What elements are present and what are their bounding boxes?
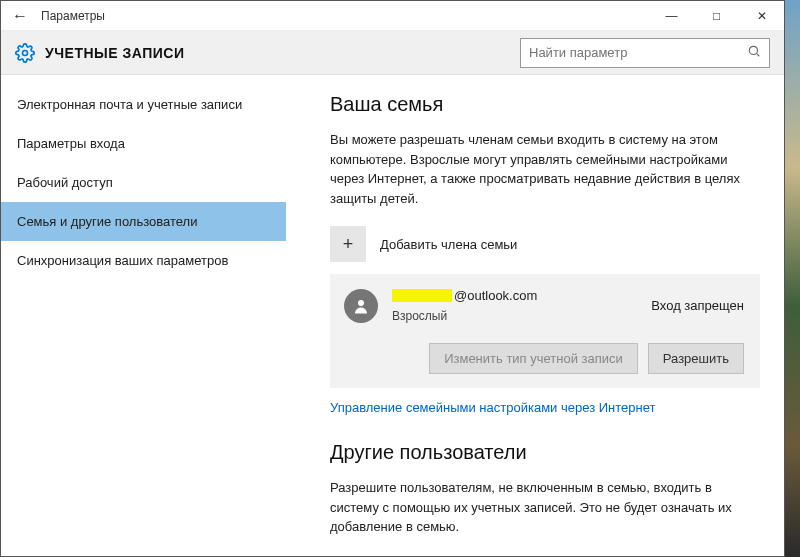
member-status: Вход запрещен: [651, 298, 744, 313]
back-button[interactable]: ←: [9, 7, 31, 25]
settings-window: ← Параметры ― □ ✕ УЧЕТНЫЕ ЗАПИСИ Электро…: [0, 0, 785, 557]
avatar-icon: [344, 289, 378, 323]
family-member-card[interactable]: @outlook.com Взрослый Вход запрещен Изме…: [330, 274, 760, 388]
sidebar: Электронная почта и учетные записи Парам…: [1, 75, 286, 556]
other-users-heading: Другие пользователи: [330, 441, 760, 464]
sidebar-item-sync-settings[interactable]: Синхронизация ваших параметров: [1, 241, 286, 280]
maximize-button[interactable]: □: [694, 1, 739, 31]
gear-icon: [15, 43, 35, 63]
svg-point-1: [749, 46, 757, 54]
add-family-member-row[interactable]: + Добавить члена семьи: [330, 226, 760, 262]
family-description: Вы можете разрешать членам семьи входить…: [330, 130, 750, 208]
page-heading: УЧЕТНЫЕ ЗАПИСИ: [45, 45, 184, 61]
search-icon: [747, 44, 761, 62]
manage-family-online-link[interactable]: Управление семейными настройками через И…: [330, 400, 655, 415]
search-box[interactable]: [520, 38, 770, 68]
plus-icon: +: [330, 226, 366, 262]
header: УЧЕТНЫЕ ЗАПИСИ: [1, 31, 784, 75]
sidebar-item-signin-options[interactable]: Параметры входа: [1, 124, 286, 163]
window-title: Параметры: [41, 9, 105, 23]
family-heading: Ваша семья: [330, 93, 760, 116]
svg-point-3: [358, 300, 364, 306]
member-role: Взрослый: [392, 309, 637, 323]
search-input[interactable]: [529, 45, 747, 60]
add-family-member-label: Добавить члена семьи: [380, 237, 517, 252]
sidebar-item-family-other-users[interactable]: Семья и другие пользователи: [1, 202, 286, 241]
svg-line-2: [757, 53, 760, 56]
member-email: @outlook.com: [392, 288, 637, 303]
sidebar-item-email-accounts[interactable]: Электронная почта и учетные записи: [1, 85, 286, 124]
change-account-type-button[interactable]: Изменить тип учетной записи: [429, 343, 638, 374]
minimize-button[interactable]: ―: [649, 1, 694, 31]
redacted-email-prefix: [392, 289, 452, 302]
titlebar: ← Параметры ― □ ✕: [1, 1, 784, 31]
other-users-description: Разрешите пользователям, не включенным в…: [330, 478, 750, 537]
sidebar-item-work-access[interactable]: Рабочий доступ: [1, 163, 286, 202]
close-button[interactable]: ✕: [739, 1, 784, 31]
allow-button[interactable]: Разрешить: [648, 343, 744, 374]
content-pane[interactable]: Ваша семья Вы можете разрешать членам се…: [286, 75, 784, 556]
svg-point-0: [23, 50, 28, 55]
